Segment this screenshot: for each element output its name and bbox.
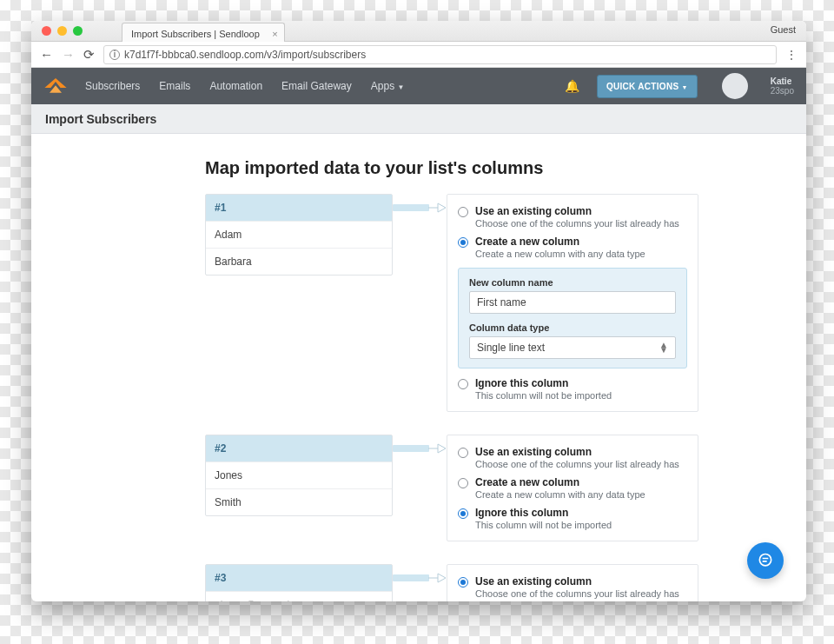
source-column: #3 ajones@example.com bbox=[205, 564, 393, 601]
app-header: Subscribers Emails Automation Email Gate… bbox=[31, 68, 806, 104]
option-use-existing[interactable]: Use an existing column Choose one of the… bbox=[458, 442, 687, 473]
option-ignore[interactable]: Ignore this column This column will not … bbox=[458, 503, 687, 534]
column-id: #2 bbox=[206, 435, 392, 461]
browser-window: Import Subscribers | Sendloop × Guest ← … bbox=[31, 21, 806, 601]
window-controls bbox=[31, 26, 91, 41]
option-ignore[interactable]: Ignore this column This column will not … bbox=[458, 374, 687, 404]
url-text: k7d1f7f-bbbca0.sendloop.com/v3/import/su… bbox=[124, 49, 366, 61]
browser-titlebar: Import Subscribers | Sendloop × Guest bbox=[31, 21, 806, 42]
select-value: Single line text bbox=[477, 342, 545, 354]
option-create-new[interactable]: Create a new column Create a new column … bbox=[458, 232, 687, 262]
mapping-row: #1 Adam Barbara Use an existing column C… bbox=[205, 194, 771, 412]
mapping-options: Use an existing column Choose one of the… bbox=[447, 435, 698, 541]
reload-button[interactable]: ⟳ bbox=[83, 47, 95, 63]
main-heading: Map imported data to your list's columns bbox=[205, 158, 771, 178]
page-title: Import Subscribers bbox=[45, 112, 156, 126]
user-meta: Katie 23spo bbox=[771, 76, 794, 96]
main-content: Map imported data to your list's columns… bbox=[31, 134, 806, 601]
mapping-options: Use an existing column Choose one of the… bbox=[447, 194, 698, 412]
user-name: Katie bbox=[771, 76, 794, 86]
source-column: #1 Adam Barbara bbox=[205, 194, 393, 276]
quick-actions-button[interactable]: QUICK ACTIONS ▼ bbox=[597, 75, 698, 98]
chat-fab[interactable] bbox=[747, 542, 784, 579]
radio-icon bbox=[458, 508, 468, 519]
column-type-select[interactable]: Single line text ▲▼ bbox=[469, 336, 676, 359]
new-column-name-label: New column name bbox=[469, 277, 676, 288]
new-column-name-input[interactable] bbox=[469, 291, 676, 314]
sample-cell: Barbara bbox=[206, 248, 392, 275]
caret-down-icon: ▼ bbox=[682, 84, 688, 90]
sample-cell: ajones@example.com bbox=[206, 591, 392, 601]
mapping-pointer-icon bbox=[393, 194, 447, 216]
select-chevrons-icon: ▲▼ bbox=[659, 342, 668, 353]
option-use-existing[interactable]: Use an existing column Choose one of the… bbox=[458, 202, 687, 232]
profile-label[interactable]: Guest bbox=[771, 24, 796, 35]
close-window-button[interactable] bbox=[42, 26, 51, 36]
main-nav: Subscribers Emails Automation Email Gate… bbox=[85, 80, 404, 92]
app-logo[interactable] bbox=[43, 76, 68, 96]
column-id: #3 bbox=[206, 565, 392, 591]
radio-icon bbox=[458, 237, 468, 248]
radio-icon bbox=[458, 207, 468, 217]
source-column: #2 Jones Smith bbox=[205, 435, 393, 516]
avatar[interactable] bbox=[722, 73, 748, 99]
site-info-icon[interactable]: i bbox=[109, 50, 120, 60]
nav-subscribers[interactable]: Subscribers bbox=[85, 80, 140, 92]
forward-button[interactable]: → bbox=[62, 47, 75, 62]
radio-icon bbox=[458, 478, 468, 488]
nav-email-gateway[interactable]: Email Gateway bbox=[281, 80, 352, 92]
maximize-window-button[interactable] bbox=[73, 26, 83, 36]
mapping-options: Use an existing column Choose one of the… bbox=[447, 564, 698, 601]
nav-emails[interactable]: Emails bbox=[159, 80, 190, 92]
radio-icon bbox=[458, 448, 468, 458]
nav-automation[interactable]: Automation bbox=[209, 80, 262, 92]
option-create-new[interactable]: Create a new column Create a new column … bbox=[458, 473, 687, 503]
radio-icon bbox=[458, 379, 468, 389]
sample-cell: Jones bbox=[206, 461, 392, 488]
mapping-row: #2 Jones Smith Use an existing column Ch… bbox=[205, 435, 771, 541]
nav-apps[interactable]: Apps ▼ bbox=[371, 80, 405, 92]
browser-tab[interactable]: Import Subscribers | Sendloop × bbox=[122, 23, 285, 42]
mapping-pointer-icon bbox=[393, 435, 447, 456]
caret-down-icon: ▼ bbox=[397, 83, 404, 91]
close-tab-icon[interactable]: × bbox=[272, 29, 277, 39]
back-button[interactable]: ← bbox=[40, 47, 53, 62]
mapping-pointer-icon bbox=[393, 564, 447, 586]
mapping-row: #3 ajones@example.com Use an existing co… bbox=[205, 564, 771, 601]
option-use-existing[interactable]: Use an existing column Choose one of the… bbox=[458, 572, 687, 601]
create-column-form: New column name Column data type Single … bbox=[458, 268, 687, 368]
sample-cell: Smith bbox=[206, 488, 392, 515]
user-sub: 23spo bbox=[771, 86, 794, 96]
column-id: #1 bbox=[206, 195, 392, 221]
browser-menu-button[interactable]: ⋮ bbox=[785, 48, 798, 62]
svg-point-2 bbox=[759, 554, 771, 566]
minimize-window-button[interactable] bbox=[57, 26, 67, 36]
address-bar: ← → ⟳ i k7d1f7f-bbbca0.sendloop.com/v3/i… bbox=[31, 42, 806, 68]
sample-cell: Adam bbox=[206, 221, 392, 248]
column-type-label: Column data type bbox=[469, 322, 676, 333]
radio-icon bbox=[458, 577, 468, 588]
page-title-bar: Import Subscribers bbox=[31, 104, 806, 134]
tab-title: Import Subscribers | Sendloop bbox=[131, 29, 260, 39]
notifications-icon[interactable]: 🔔 bbox=[565, 79, 579, 93]
url-input[interactable]: i k7d1f7f-bbbca0.sendloop.com/v3/import/… bbox=[103, 45, 777, 64]
